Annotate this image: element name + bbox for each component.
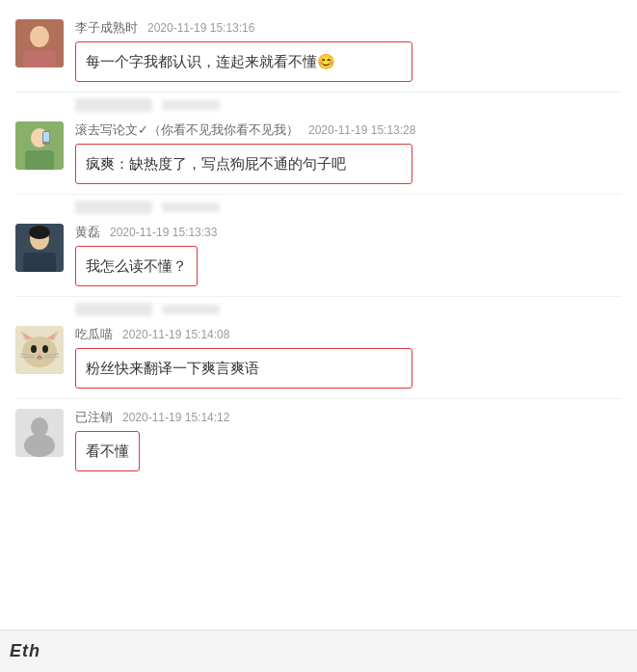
timestamp: 2020-11-19 15:13:16 [147,21,254,35]
svg-rect-7 [43,132,49,142]
blurred-name [75,303,152,316]
bottom-bar: Eth [0,630,637,672]
username[interactable]: 吃瓜喵 [75,326,113,343]
svg-point-11 [29,226,50,239]
comment-text: 看不懂 [75,431,140,471]
svg-point-27 [24,434,55,457]
blurred-name [75,201,152,214]
comment-meta: 黄磊 2020-11-19 15:13:33 [75,224,622,241]
username[interactable]: 李子成熟时 [75,19,138,37]
svg-point-19 [42,345,48,353]
avatar-image [15,19,64,67]
blurred-text [162,305,220,314]
blurred-name [75,98,152,112]
username[interactable]: 已注销 [75,409,113,426]
timestamp: 2020-11-19 15:14:08 [122,328,229,341]
comment-item: 已注销 2020-11-19 15:14:12 看不懂 [0,399,637,481]
svg-point-13 [22,336,57,367]
svg-point-1 [30,26,49,47]
svg-rect-10 [23,253,56,272]
comment-text: 每一个字我都认识，连起来就看不懂😊 [75,41,412,82]
username[interactable]: 黄磊 [75,224,100,241]
comment-body: 滚去写论文✓（你看不见我你看不见我） 2020-11-19 15:13:28 疯… [75,121,622,184]
comment-text: 我怎么读不懂？ [75,246,198,286]
comment-meta: 滚去写论文✓（你看不见我你看不见我） 2020-11-19 15:13:28 [75,121,622,139]
blurred-text [162,100,220,110]
username[interactable]: 滚去写论文✓（你看不见我你看不见我） [75,121,299,139]
comment-item: 李子成熟时 2020-11-19 15:13:16 每一个字我都认识，连起来就看… [0,10,637,92]
comment-meta: 李子成熟时 2020-11-19 15:13:16 [75,19,622,37]
timestamp: 2020-11-19 15:14:12 [122,411,229,424]
comment-body: 吃瓜喵 2020-11-19 15:14:08 粉丝快来翻译一下爽言爽语 [75,326,622,389]
svg-point-18 [31,345,37,353]
timestamp: 2020-11-19 15:13:28 [308,123,415,137]
comment-item: 黄磊 2020-11-19 15:13:33 我怎么读不懂？ [0,214,637,296]
avatar [15,19,64,67]
blurred-text [162,202,220,212]
comment-item: 滚去写论文✓（你看不见我你看不见我） 2020-11-19 15:13:28 疯… [0,112,637,194]
comment-meta: 已注销 2020-11-19 15:14:12 [75,409,622,426]
avatar [15,326,64,374]
bottom-label: Eth [10,641,40,661]
comment-meta: 吃瓜喵 2020-11-19 15:14:08 [75,326,622,343]
svg-rect-2 [23,50,56,67]
comment-body: 黄磊 2020-11-19 15:13:33 我怎么读不懂？ [75,224,622,286]
avatar [15,409,64,457]
comment-body: 已注销 2020-11-19 15:14:12 看不懂 [75,409,622,471]
comment-body: 李子成熟时 2020-11-19 15:13:16 每一个字我都认识，连起来就看… [75,19,622,82]
comment-text: 粉丝快来翻译一下爽言爽语 [75,348,412,389]
comment-item: 吃瓜喵 2020-11-19 15:14:08 粉丝快来翻译一下爽言爽语 [0,316,637,398]
avatar [15,224,64,272]
avatar [15,121,64,170]
comment-text: 疯爽：缺热度了，写点狗屁不通的句子吧 [75,144,412,184]
svg-rect-5 [25,150,54,170]
comment-list: 李子成熟时 2020-11-19 15:13:16 每一个字我都认识，连起来就看… [0,0,637,491]
timestamp: 2020-11-19 15:13:33 [110,226,217,239]
